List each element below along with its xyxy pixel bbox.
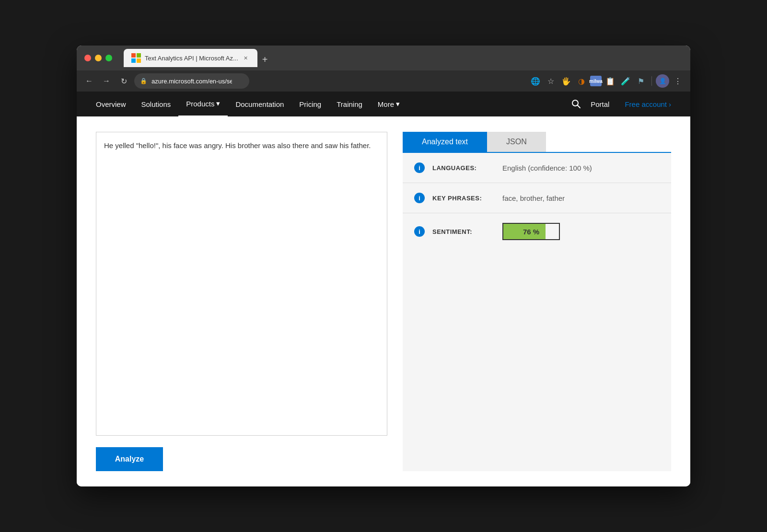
- info-icon-label3: i: [418, 228, 420, 235]
- free-account-label: Free account: [625, 100, 667, 108]
- nav-item-solutions-label: Solutions: [141, 100, 171, 108]
- forward-button[interactable]: →: [100, 74, 113, 88]
- toolbar-separator: [651, 76, 652, 86]
- sentiment-bar: 76 %: [502, 223, 560, 240]
- forward-icon: →: [103, 77, 110, 85]
- new-tab-button[interactable]: +: [258, 52, 272, 67]
- key-phrases-row: i KEY PHRASES: face, brother, father: [403, 183, 671, 213]
- refresh-icon: ↻: [121, 77, 127, 86]
- free-account-button[interactable]: Free account ›: [617, 100, 679, 108]
- info-icon-label2: i: [418, 195, 420, 202]
- sentiment-value: 76 %: [503, 228, 559, 236]
- maximize-window-button[interactable]: [105, 55, 112, 61]
- star-icon-button[interactable]: ☆: [544, 74, 558, 88]
- browser-tab[interactable]: Text Analytics API | Microsoft Az... ✕: [124, 49, 257, 67]
- nav-item-more[interactable]: More ▾: [370, 92, 407, 116]
- sentiment-label: SENTIMENT:: [432, 228, 495, 235]
- more-dropdown-icon: ▾: [396, 100, 400, 108]
- svg-line-1: [578, 105, 581, 108]
- nav-item-training[interactable]: Training: [329, 92, 370, 116]
- nav-item-more-label: More: [378, 100, 394, 108]
- nav-item-products-label: Products: [186, 100, 214, 108]
- traffic-lights: [84, 55, 112, 61]
- tab-bar: Text Analytics API | Microsoft Az... ✕ +: [118, 49, 683, 67]
- nav-item-pricing[interactable]: Pricing: [291, 92, 329, 116]
- lock-icon: 🔒: [140, 78, 147, 84]
- extension3-button[interactable]: 📋: [604, 74, 617, 88]
- nav-item-documentation-label: Documentation: [235, 100, 284, 108]
- languages-label: LANGUAGES:: [432, 164, 495, 172]
- key-phrases-value: face, brother, father: [502, 194, 565, 202]
- languages-row: i LANGUAGES: English (confidence: 100 %): [403, 153, 671, 183]
- nav-item-overview[interactable]: Overview: [88, 92, 134, 116]
- languages-info-icon[interactable]: i: [414, 162, 425, 173]
- extension5-icon: ⚑: [638, 77, 644, 86]
- minimize-window-button[interactable]: [95, 55, 102, 61]
- browser-window: Text Analytics API | Microsoft Az... ✕ +…: [77, 46, 690, 486]
- free-account-arrow: ›: [669, 100, 671, 108]
- nav-item-documentation[interactable]: Documentation: [228, 92, 291, 116]
- text-input-area[interactable]: He yelled "hello!", his face was angry. …: [96, 132, 387, 436]
- extension1-button[interactable]: 🖐: [559, 74, 573, 88]
- analyze-button[interactable]: Analyze: [96, 447, 163, 471]
- products-dropdown-icon: ▾: [216, 99, 220, 108]
- address-bar: ← → ↻ 🔒 🌐 ☆ 🖐 ◑ milwa 📋 🧪: [77, 70, 690, 92]
- nav-item-training-label: Training: [337, 100, 362, 108]
- key-phrases-info-icon[interactable]: i: [414, 193, 425, 203]
- globe-icon-button[interactable]: 🌐: [529, 74, 542, 88]
- sentiment-info-icon[interactable]: i: [414, 226, 425, 237]
- refresh-button[interactable]: ↻: [117, 74, 130, 88]
- back-button[interactable]: ←: [82, 74, 96, 88]
- right-panel: Analyzed text JSON i LANGUAGES: English …: [403, 132, 671, 471]
- milwa-extension-button[interactable]: milwa: [590, 76, 602, 86]
- tab-analyzed-text[interactable]: Analyzed text: [403, 132, 487, 152]
- extension3-icon: 📋: [605, 77, 615, 86]
- languages-value: English (confidence: 100 %): [502, 164, 592, 172]
- back-icon: ←: [85, 77, 93, 85]
- analyze-button-wrapper: Analyze: [96, 447, 387, 471]
- address-input[interactable]: [134, 73, 249, 89]
- azure-navbar: Overview Solutions Products ▾ Documentat…: [77, 92, 690, 116]
- tab-json[interactable]: JSON: [487, 132, 546, 152]
- results-panel: i LANGUAGES: English (confidence: 100 %)…: [403, 153, 671, 471]
- nav-search-button[interactable]: [569, 97, 583, 111]
- extension4-button[interactable]: 🧪: [619, 74, 632, 88]
- extension2-button[interactable]: ◑: [575, 74, 588, 88]
- tab-title: Text Analytics API | Microsoft Az...: [145, 55, 238, 62]
- tabs-header: Analyzed text JSON: [403, 132, 671, 153]
- tab-close-button[interactable]: ✕: [242, 54, 250, 62]
- key-phrases-label: KEY PHRASES:: [432, 195, 495, 202]
- page-content: He yelled "hello!", his face was angry. …: [77, 116, 690, 486]
- close-window-button[interactable]: [84, 55, 91, 61]
- search-icon: [571, 99, 581, 109]
- info-icon-label: i: [418, 164, 420, 172]
- toolbar-icons: 🌐 ☆ 🖐 ◑ milwa 📋 🧪 ⚑ 👤 ⋮: [529, 74, 685, 88]
- portal-button[interactable]: Portal: [583, 100, 617, 108]
- title-bar: Text Analytics API | Microsoft Az... ✕ +: [77, 46, 690, 70]
- nav-item-pricing-label: Pricing: [299, 100, 321, 108]
- extension1-icon: 🖐: [561, 77, 571, 86]
- extension2-icon: ◑: [578, 77, 585, 86]
- extension4-icon: 🧪: [621, 77, 630, 86]
- extension5-button[interactable]: ⚑: [634, 74, 648, 88]
- sentiment-row: i SENTIMENT: 76 %: [403, 213, 671, 250]
- address-wrapper: 🔒: [134, 73, 525, 89]
- nav-item-overview-label: Overview: [96, 100, 126, 108]
- left-panel: He yelled "hello!", his face was angry. …: [96, 132, 387, 471]
- more-options-button[interactable]: ⋮: [671, 74, 685, 88]
- microsoft-favicon: [131, 53, 141, 63]
- nav-item-solutions[interactable]: Solutions: [134, 92, 179, 116]
- profile-avatar[interactable]: 👤: [656, 74, 669, 88]
- nav-item-products[interactable]: Products ▾: [178, 92, 228, 116]
